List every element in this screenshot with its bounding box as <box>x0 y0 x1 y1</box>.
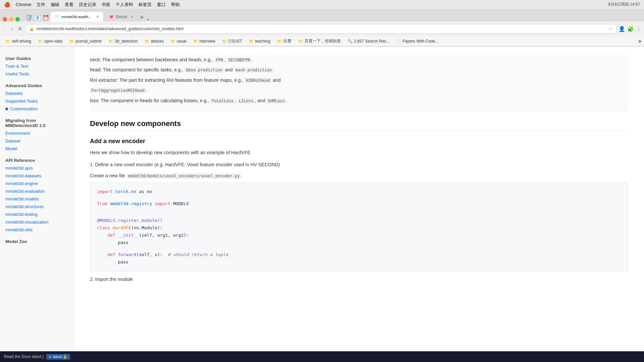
intro-head: head: The component for specific tasks, … <box>90 65 628 75</box>
datasets-label: Datasets <box>5 91 22 96</box>
develop-components-heading: Develop new components <box>90 119 628 131</box>
menu-history[interactable]: 历史记录 <box>79 2 96 8</box>
bookmark-label-5: attacks <box>151 39 164 44</box>
sidebar-item-visualization[interactable]: mmdet3d.visualization <box>0 218 73 226</box>
sidebar-item-customization[interactable]: Customization <box>0 105 73 113</box>
folder-icon-8: 📁 <box>222 39 227 44</box>
bookmark-usual[interactable]: 📁 usual <box>168 38 189 44</box>
maximize-button[interactable] <box>15 17 20 21</box>
tab-menu-button[interactable]: ⌄ <box>146 15 150 21</box>
search-results-icon: 🔍 <box>347 39 353 44</box>
sidebar-item-utils[interactable]: mmdet3d.utils <box>0 226 73 234</box>
step-1: 1. Define a new voxel encoder (e.g. Hard… <box>90 161 628 169</box>
doc-content: neck: The component between backbones an… <box>74 47 644 351</box>
bookmark-attacks[interactable]: 📁 attacks <box>142 38 166 44</box>
sidebar-item-model[interactable]: Model <box>0 145 73 153</box>
close-button[interactable] <box>3 17 7 21</box>
registry-link[interactable]: mmdet3d.registry <box>110 201 152 206</box>
bookmark-label-6: usual <box>177 39 186 44</box>
folder-icon-5: 📁 <box>145 39 150 44</box>
sidebar-item-testing[interactable]: mmdet3d.testing <box>0 210 73 218</box>
menu-window[interactable]: 窗口 <box>157 2 166 8</box>
menu-tabs[interactable]: 标签页 <box>139 2 152 8</box>
code-line-2: from mmdet3d.registry import MODELS <box>97 200 621 207</box>
menu-bookmarks[interactable]: 书签 <box>102 2 110 8</box>
menu-help[interactable]: 帮助 <box>171 2 180 8</box>
bottom-bar-text: Read the Docs latest [ <box>4 354 44 359</box>
menu-edit[interactable]: 编辑 <box>51 2 59 8</box>
menu-dots[interactable]: ⋮ <box>636 26 641 32</box>
back-button[interactable]: ‹ <box>3 25 7 33</box>
extensions-button[interactable]: 🧩 <box>627 26 634 32</box>
sidebar-item-engine[interactable]: mmdet3d.engine <box>0 180 73 187</box>
bookmark-teaching[interactable]: 📁 teaching <box>246 38 273 44</box>
bookmark-baidu[interactable]: 📁 百度一下，你就知道 <box>296 38 343 45</box>
folder-icon-6: 📁 <box>170 39 175 44</box>
version-badge[interactable]: v: latest 🔒 <box>46 354 70 360</box>
new-tab-button[interactable]: + <box>140 14 144 21</box>
bookmarks-more[interactable]: » <box>638 38 641 44</box>
bookmark-race[interactable]: 📁 比赛 <box>274 38 294 45</box>
sidebar-item-train-test[interactable]: Train & Test <box>0 62 73 70</box>
forward-button[interactable]: › <box>9 25 14 33</box>
folder-icon-4: 📁 <box>108 39 113 44</box>
minimize-button[interactable] <box>9 17 13 21</box>
sidebar-item-dataset[interactable]: Dataset <box>0 137 73 145</box>
apis-label: mmdet3d.apis <box>5 166 33 171</box>
tab-title: mmdet3d.readthedocs.io <box>61 15 94 19</box>
bookmark-interview[interactable]: 📁 interview <box>191 38 218 44</box>
browser-toolbar: ‹ › ✕ 🔒 mmdetection3d.readthedocs.io/en/… <box>0 21 644 36</box>
extension-icon-1[interactable]: 🛡️ <box>25 14 33 21</box>
menu-file[interactable]: 文件 <box>37 2 45 8</box>
bookmark-label-9: teaching <box>255 39 270 44</box>
extension-icon-3[interactable]: ⏰ <box>43 15 49 21</box>
apple-logo[interactable]: 🍎 <box>4 2 10 8</box>
menu-profile[interactable]: 个人资料 <box>116 2 133 8</box>
sidebar-item-useful-tools[interactable]: Useful Tools <box>0 70 73 78</box>
bookmark-journal[interactable]: 📁 journal_submit <box>66 38 104 44</box>
bookmark-open-data[interactable]: 📁 open-data <box>35 38 65 44</box>
reload-button[interactable]: ✕ <box>16 24 24 33</box>
code-line-pass-1: pass <box>97 239 621 246</box>
tab-close-button-2[interactable]: ✕ <box>130 14 133 19</box>
menu-chrome[interactable]: Chrome <box>16 2 31 7</box>
description: Here we show how to develop new componen… <box>90 149 628 157</box>
tab-favicon: 📄 <box>54 14 59 19</box>
file-path: mmdet3d/models/voxel_encoders/voxel_enco… <box>126 173 241 179</box>
bookmark-label-11: 百度一下，你就知道 <box>305 38 341 44</box>
datasets-api-label: mmdet3d.datasets <box>5 173 41 178</box>
bookmark-self-driving[interactable]: 📁 self-driving <box>3 38 34 44</box>
address-bar[interactable]: 🔒 mmdetection3d.readthedocs.io/en/latest… <box>26 24 616 34</box>
profile-icon[interactable]: 👤 <box>619 26 625 32</box>
folder-icon-11: 📁 <box>298 39 303 44</box>
inactive-tab[interactable]: 🐙 GitHub ✕ <box>104 11 138 21</box>
extension-icon-2[interactable]: 📧 <box>34 14 41 21</box>
bookmark-csust[interactable]: 📁 CSUST <box>219 38 245 44</box>
bookmark-paperswithcode[interactable]: 📄 Papers With Code... <box>393 38 441 44</box>
bookmark-star[interactable]: ☆ <box>608 26 613 32</box>
bookmarks-bar: 📁 self-driving 📁 open-data 📁 journal_sub… <box>0 36 644 46</box>
active-tab[interactable]: 📄 mmdet3d.readthedocs.io ✕ <box>50 11 104 21</box>
sidebar-item-structures[interactable]: mmdet3d.structures <box>0 203 73 210</box>
tab-close-button[interactable]: ✕ <box>96 14 99 19</box>
sidebar-item-supported-tasks[interactable]: Supported Tasks <box>0 97 73 105</box>
bookmark-3d-detection[interactable]: 📁 3d_detection <box>106 38 141 44</box>
sidebar-item-models[interactable]: mmdet3d.models <box>0 195 73 203</box>
intro-roi-2: PartAggregationROIHead. <box>90 85 628 95</box>
bottom-bar: Read the Docs latest [ v: latest 🔒 <box>0 351 644 362</box>
create-file: Create a new file mmdet3d/models/voxel_e… <box>90 173 628 178</box>
bookmark-search[interactable]: 🔍 2,667 Search Res... <box>345 38 392 44</box>
bookmark-label-1: self-driving <box>12 39 31 44</box>
folder-icon-1: 📁 <box>5 39 10 44</box>
sidebar-item-apis[interactable]: mmdet3d.apis <box>0 164 73 172</box>
intro-neck: neck: The component between backbones an… <box>90 55 628 65</box>
supported-tasks-label: Supported Tasks <box>5 99 38 104</box>
tab-favicon-2: 🐙 <box>109 14 114 19</box>
api-title: API Reference <box>0 155 73 164</box>
sidebar-item-environment[interactable]: Environment <box>0 129 73 137</box>
sidebar-item-datasets-api[interactable]: mmdet3d.datasets <box>0 172 73 180</box>
bookmark-label-12: 2,667 Search Res... <box>354 39 389 44</box>
sidebar-item-datasets[interactable]: Datasets <box>0 89 73 97</box>
sidebar-item-evaluation[interactable]: mmdet3d.evaluation <box>0 187 73 195</box>
menu-view[interactable]: 查看 <box>65 2 73 8</box>
